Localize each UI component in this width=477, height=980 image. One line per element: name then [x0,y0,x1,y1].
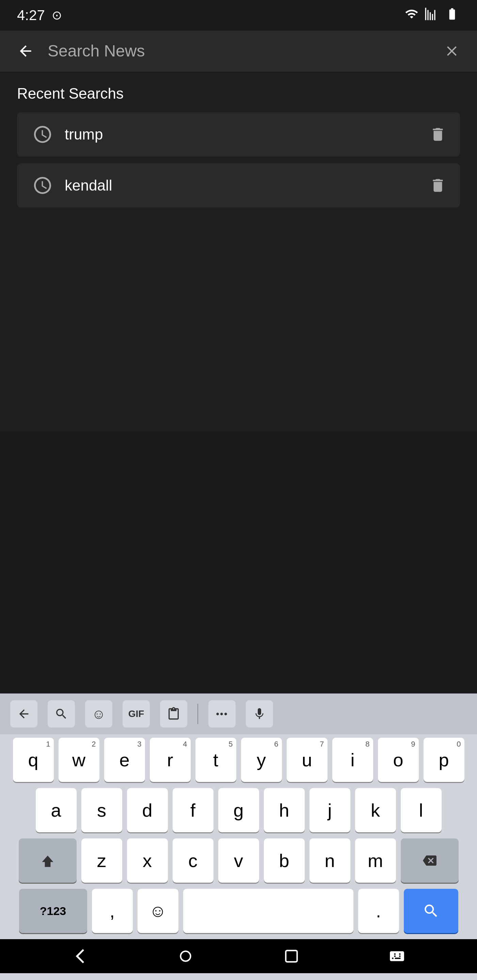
keyboard-row-3: z x c v b n m [5,838,472,883]
key-l[interactable]: l [401,788,442,832]
status-bar-right [405,7,460,24]
notification-icon: ⊙ [52,8,62,22]
key-t[interactable]: 5t [195,738,236,782]
key-g[interactable]: g [218,788,259,832]
navigation-bar [0,939,477,973]
keyboard-mic-button[interactable] [246,700,273,727]
search-header [0,30,477,72]
battery-icon [444,7,460,24]
key-d[interactable]: d [127,788,168,832]
key-z[interactable]: z [81,838,122,883]
search-input-container [48,41,430,60]
clear-button[interactable] [440,40,463,63]
keyboard-gif-button[interactable]: GIF [123,700,150,727]
key-e[interactable]: 3e [104,738,145,782]
svg-rect-1 [286,950,297,962]
wifi-icon [405,7,418,24]
key-k[interactable]: k [355,788,396,832]
nav-home-button[interactable] [172,943,199,970]
key-j[interactable]: j [309,788,350,832]
keyboard: ☺ GIF ••• 1q 2w 3e 4r 5t 6y 7u 8i 9o 0p [0,694,477,980]
key-v[interactable]: v [218,838,259,883]
key-x[interactable]: x [127,838,168,883]
key-space[interactable] [183,889,353,933]
key-i[interactable]: 8i [332,738,373,782]
key-o[interactable]: 9o [378,738,419,782]
search-item[interactable]: trump [17,112,460,156]
keyboard-row-2: a s d f g h j k l [5,788,472,832]
key-u[interactable]: 7u [287,738,327,782]
key-comma[interactable]: , [92,889,133,933]
key-y[interactable]: 6y [241,738,282,782]
key-q[interactable]: 1q [13,738,54,782]
key-n[interactable]: n [309,838,350,883]
recent-searches-title: Recent Searchs [17,85,460,102]
keyboard-more-button[interactable]: ••• [208,700,236,727]
delete-button-1[interactable] [429,126,447,143]
key-shift[interactable] [19,838,77,883]
keyboard-row-1: 1q 2w 3e 4r 5t 6y 7u 8i 9o 0p [5,738,472,782]
keyboard-row-4: ?123 , ☺ . [5,889,472,933]
content-area: Recent Searchs trump kendall [0,72,477,228]
search-item[interactable]: kendall [17,163,460,208]
key-period[interactable]: . [358,889,399,933]
key-f[interactable]: f [172,788,214,832]
key-c[interactable]: c [172,838,214,883]
search-input[interactable] [48,41,430,60]
key-backspace[interactable] [401,838,459,883]
clock-icon [30,173,54,197]
key-r[interactable]: 4r [150,738,191,782]
key-s[interactable]: s [81,788,122,832]
key-a[interactable]: a [36,788,77,832]
search-term-1: trump [65,126,419,143]
key-p[interactable]: 0p [424,738,464,782]
svg-point-0 [181,951,191,961]
keyboard-sticker-button[interactable]: ☺ [85,700,112,727]
key-b[interactable]: b [264,838,305,883]
status-time: 4:27 [17,7,45,24]
status-bar: 4:27 ⊙ [0,0,477,30]
back-button[interactable] [14,39,37,63]
status-bar-left: 4:27 ⊙ [17,7,62,24]
nav-recents-button[interactable] [278,943,305,970]
clock-icon [30,123,54,146]
key-w[interactable]: 2w [59,738,99,782]
keyboard-rows: 1q 2w 3e 4r 5t 6y 7u 8i 9o 0p a s d f g … [0,734,477,933]
search-term-2: kendall [65,177,419,194]
nav-back-button[interactable] [66,943,94,970]
nav-keyboard-button[interactable] [383,943,411,970]
keyboard-search-button[interactable] [48,700,75,727]
keyboard-clipboard-button[interactable] [160,700,187,727]
keyboard-separator [198,704,198,724]
key-emoji[interactable]: ☺ [137,889,179,933]
signal-icon [424,7,438,24]
key-numbers[interactable]: ?123 [19,889,87,933]
empty-area [0,228,477,432]
keyboard-toolbar: ☺ GIF ••• [0,694,477,734]
key-m[interactable]: m [355,838,396,883]
key-h[interactable]: h [264,788,305,832]
keyboard-back-button[interactable] [10,700,37,727]
key-search-action[interactable] [404,889,458,933]
delete-button-2[interactable] [429,177,447,194]
